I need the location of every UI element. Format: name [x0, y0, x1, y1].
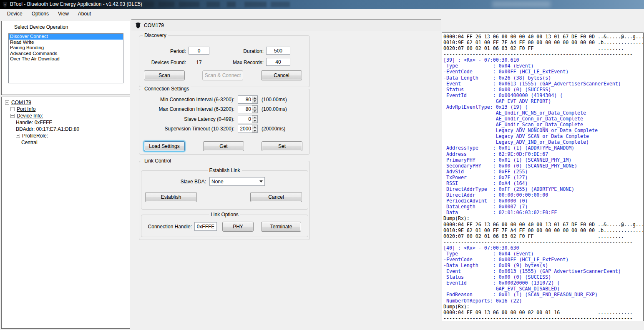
- number-spinner[interactable]: 80: [238, 95, 258, 104]
- log-line: Data : 02:01:06:03:02:F0:FF: [443, 210, 643, 215]
- tree-node-label: Handle: 0xFFFE: [16, 119, 52, 126]
- get-button[interactable]: Get: [203, 141, 244, 151]
- log-line: Address : 62:9E:0D:F0:DE:67: [443, 151, 643, 157]
- spin-down-button[interactable]: [252, 129, 257, 133]
- log-line: -EventCode : 0x00FF (HCI_LE_ExtEvent): [443, 69, 643, 75]
- tab-strip[interactable]: COM179: [131, 19, 441, 31]
- number-spinner[interactable]: 0: [238, 115, 258, 123]
- connection-handle-input[interactable]: [194, 222, 217, 231]
- spin-up-button[interactable]: [252, 125, 257, 129]
- device-tree: COM179Port InfoDevice Info:Handle: 0xFFF…: [3, 99, 129, 146]
- link-options-group: Link Options Connection Handle: PHY Term…: [141, 215, 308, 237]
- spinner-value[interactable]: 80: [238, 105, 252, 113]
- log-line: -Data Length : 0x09 (9) bytes(s): [443, 262, 643, 268]
- operation-item[interactable]: Read Write: [9, 40, 123, 45]
- log-line: 0020:07 00 02 01 06 03 02 F0 FF ........…: [443, 233, 643, 239]
- title-bar: ti BTool - Bluetooth Low Energy Applicat…: [0, 0, 644, 10]
- period-input[interactable]: [189, 47, 209, 55]
- tree-node[interactable]: Handle: 0xFFFE: [3, 119, 129, 126]
- spin-up-button[interactable]: [252, 96, 257, 100]
- spin-up-button[interactable]: [252, 105, 257, 110]
- setting-label: Supervision Timeout (10-3200):: [143, 126, 234, 132]
- log-line: AE_Undir_Conn_or_Data_Complete: [443, 116, 643, 122]
- slave-bda-value: None: [210, 179, 257, 185]
- log-line: 0000:04 FF 26 13 06 00 00 00 40 00 13 01…: [443, 222, 643, 228]
- tree-node[interactable]: Central: [3, 139, 129, 146]
- tree-node[interactable]: COM179: [3, 99, 129, 106]
- operation-item[interactable]: Advanced Commands: [9, 51, 123, 57]
- duration-input[interactable]: [266, 47, 290, 55]
- establish-link-title: Establish Link: [207, 168, 242, 173]
- chevron-down-icon[interactable]: [257, 178, 264, 185]
- log-line: PeriodicAdvInt : 0x0000 (0): [443, 198, 643, 204]
- period-label: Period:: [143, 48, 186, 54]
- tree-node-label: ProfileRole:: [22, 132, 48, 139]
- log-line: Dump(Rx):: [443, 215, 643, 221]
- device-operation-panel: Select Device Operation Discover Connect…: [1, 21, 130, 95]
- ti-logo-icon: ti: [2, 1, 8, 8]
- discovery-cancel-button[interactable]: Cancel: [261, 70, 302, 80]
- device-operation-label: Select Device Operation: [14, 24, 68, 30]
- establish-button[interactable]: Establish: [145, 192, 197, 202]
- log-line: -Type : 0x04 (Event): [443, 63, 643, 69]
- log-line: 0010:9E 62 01 00 FF 7F A4 FF 00 00 00 00…: [443, 228, 643, 233]
- tree-expand-box[interactable]: [16, 134, 20, 138]
- max-records-input[interactable]: [266, 58, 290, 66]
- spin-down-button[interactable]: [252, 119, 257, 123]
- terminate-button[interactable]: Terminate: [261, 222, 301, 232]
- event-log[interactable]: 0000:04 FF 26 13 06 00 00 00 40 00 13 01…: [442, 32, 644, 321]
- tree-node[interactable]: ProfileRole:: [3, 132, 129, 139]
- tree-expand-box[interactable]: [5, 100, 9, 105]
- tree-node[interactable]: Port Info: [3, 106, 129, 112]
- connection-settings-title: Connection Settings: [143, 86, 191, 92]
- spin-up-button[interactable]: [252, 115, 257, 120]
- spin-down-button[interactable]: [252, 110, 257, 113]
- scan-button[interactable]: Scan: [144, 70, 185, 80]
- operation-item[interactable]: Discover Connect: [9, 34, 123, 40]
- tree-node[interactable]: Device Info:: [3, 112, 129, 119]
- setting-ms-suffix: (100.00ms): [262, 106, 287, 112]
- operation-item[interactable]: Over The Air Download: [9, 56, 123, 62]
- set-button[interactable]: Set: [262, 141, 302, 151]
- log-line: Event : 0x0613 (1555) (GAP_AdvertiserSca…: [443, 268, 643, 274]
- establish-cancel-button[interactable]: Cancel: [250, 192, 302, 202]
- load-settings-button[interactable]: Load Settings: [144, 141, 185, 151]
- log-line: 0000:04 FF 09 13 06 00 00 00 02 00 01 16…: [443, 310, 643, 315]
- background-window-bleed: [144, 2, 290, 7]
- number-spinner[interactable]: 80: [238, 105, 258, 113]
- number-spinner[interactable]: 2000: [238, 125, 258, 133]
- log-line: ----------------------------------------…: [443, 51, 643, 57]
- log-line: EventId : 0x00400000 (4194304) (: [443, 92, 643, 98]
- window-title: BTool - Bluetooth Low Energy Application…: [10, 1, 142, 7]
- log-line: Legacy_ADV_IND_or_Data_Complete): [443, 139, 643, 145]
- slave-bda-select[interactable]: None: [209, 177, 265, 186]
- menu-item-options[interactable]: Options: [27, 9, 53, 19]
- log-line: Status : 0x00 (0) (SUCCESS): [443, 274, 643, 280]
- scan-connect-button[interactable]: Scan & Connect: [202, 70, 243, 80]
- menu-item-device[interactable]: Device: [3, 9, 27, 19]
- menu-item-about[interactable]: About: [73, 9, 96, 19]
- operation-item[interactable]: Pairing Bonding: [9, 45, 123, 51]
- spin-down-button[interactable]: [252, 100, 257, 103]
- spinner-value[interactable]: 80: [238, 96, 252, 103]
- spinner-value[interactable]: 0: [238, 115, 252, 123]
- setting-label: Max Connection Interval (6-3200):: [143, 106, 234, 112]
- log-line: 0000:04 FF 26 13 06 00 00 00 40 00 13 01…: [443, 34, 643, 40]
- log-line: Dump(Rx):: [443, 304, 643, 310]
- spinner-value[interactable]: 2000: [238, 125, 252, 132]
- setting-ms-suffix: (20000ms): [262, 126, 285, 132]
- tree-expand-box[interactable]: [10, 107, 15, 111]
- log-line: 0010:9E 62 01 00 FF 7F A4 FF 00 00 00 00…: [443, 40, 643, 45]
- tree-node-label: Device Info:: [17, 112, 43, 119]
- menu-item-view[interactable]: View: [53, 9, 73, 19]
- phy-button[interactable]: PHY: [222, 222, 254, 232]
- tree-expand-box[interactable]: [10, 114, 15, 118]
- tab-com179[interactable]: COM179: [144, 22, 164, 28]
- menu-bar: DeviceOptionsViewAbout: [0, 9, 644, 19]
- tree-node[interactable]: BDAddr: 00:17:E7:A1:DD:80: [3, 126, 129, 132]
- log-line: NumberOfReports: 0x16 (22): [443, 298, 643, 304]
- setting-label: Slave Latency (0-499):: [143, 116, 234, 122]
- log-line: EndReason : 0x01 (1) (SCAN_END_REASON_DU…: [443, 292, 643, 298]
- devices-found-value: 17: [189, 60, 209, 65]
- operation-list[interactable]: Discover ConnectRead WritePairing Bondin…: [8, 33, 123, 83]
